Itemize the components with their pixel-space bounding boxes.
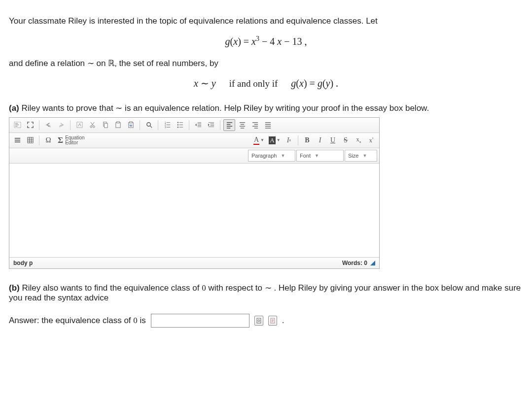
special-char-button[interactable]: Ω xyxy=(42,134,54,146)
paste-button[interactable] xyxy=(112,119,124,131)
svg-rect-57 xyxy=(27,137,33,143)
tilde-symbol: ∼ xyxy=(265,283,272,293)
part-b: (b) Riley also wants to find the equival… xyxy=(9,283,523,303)
bullet-list-button[interactable] xyxy=(174,119,186,131)
eq-label-bot: Editor xyxy=(65,140,78,145)
align-left-button[interactable] xyxy=(223,119,235,131)
text-color-button[interactable]: A▼ xyxy=(251,134,266,146)
strike-button[interactable]: S xyxy=(340,134,352,146)
t: Riley wants to prove that xyxy=(19,103,116,113)
dd-label: Font xyxy=(300,153,311,159)
part-a: (a) Riley wants to prove that ∼ is an eq… xyxy=(9,103,523,113)
svg-point-25 xyxy=(177,124,178,125)
toolbar-row-1: W 123 xyxy=(9,118,379,133)
svg-rect-4 xyxy=(76,122,82,128)
outdent-button[interactable] xyxy=(192,119,204,131)
zero-symbol: 0 xyxy=(133,316,138,325)
italic-button[interactable]: I xyxy=(314,134,326,146)
subscript-button[interactable]: x₂ xyxy=(353,134,364,146)
t: is an equivalence relation. Help Riley b… xyxy=(122,103,429,113)
t: with respect to xyxy=(206,283,265,293)
align-justify-button[interactable] xyxy=(262,119,274,131)
editor-status-bar: body p Words: 0 xyxy=(9,257,379,268)
clear-format-button[interactable]: Ix xyxy=(283,134,295,146)
intro-text: Your classmate Riley is interested in th… xyxy=(9,16,378,26)
tilde-symbol: ∼ xyxy=(115,103,122,113)
svg-text:W: W xyxy=(129,124,132,127)
answer-label: Answer: the equivalence class of 0 is xyxy=(9,316,146,326)
svg-rect-62 xyxy=(257,318,261,323)
svg-point-16 xyxy=(146,123,150,127)
answer-input[interactable] xyxy=(151,314,249,328)
dd-label: Size xyxy=(348,153,358,159)
svg-point-24 xyxy=(177,122,178,123)
t: and define a relation xyxy=(9,59,87,68)
zero-symbol: 0 xyxy=(202,283,206,293)
iff-text: if and only if xyxy=(229,78,278,89)
intro-line2: and define a relation ∼ on ℝ, the set of… xyxy=(9,58,523,68)
indent-button[interactable] xyxy=(205,119,217,131)
paragraph-dropdown[interactable]: Paragraph▼ xyxy=(248,150,295,162)
menu-button[interactable] xyxy=(11,134,23,146)
redo-button[interactable] xyxy=(55,119,67,131)
tilde-symbol: ∼ xyxy=(87,59,94,68)
preview-icon[interactable] xyxy=(254,316,263,326)
font-dropdown[interactable]: Font▼ xyxy=(296,150,344,162)
part-b-label: (b) xyxy=(9,283,20,293)
bg-color-button[interactable]: A▼ xyxy=(267,134,282,146)
t: is xyxy=(138,316,146,325)
find-button[interactable] xyxy=(143,119,155,131)
svg-rect-14 xyxy=(129,122,132,123)
dd-label: Paragraph xyxy=(251,153,277,159)
svg-point-26 xyxy=(177,127,178,128)
svg-text:3: 3 xyxy=(164,126,166,129)
editor-textarea[interactable] xyxy=(9,164,379,257)
t: Riley also wants to find the equivalence… xyxy=(20,283,202,293)
svg-rect-10 xyxy=(104,124,107,128)
show-blocks-button[interactable] xyxy=(11,119,23,131)
bold-button[interactable]: B xyxy=(301,134,313,146)
cut-button[interactable] xyxy=(86,119,98,131)
svg-line-17 xyxy=(150,126,152,128)
t: Answer: the equivalence class of xyxy=(9,316,133,325)
select-all-button[interactable] xyxy=(73,119,85,131)
t: , the set of real numbers, by xyxy=(114,59,218,68)
svg-point-5 xyxy=(90,126,92,128)
paste-word-button[interactable]: W xyxy=(125,119,137,131)
relation-definition: x ∼ y if and only if g(x) = g(y) . xyxy=(9,77,523,89)
help-icon[interactable] xyxy=(268,316,277,326)
svg-point-63 xyxy=(258,320,260,322)
toolbar-row-3: Paragraph▼ Font▼ Size▼ xyxy=(9,148,379,164)
resize-grip-icon[interactable] xyxy=(370,261,375,265)
t: on xyxy=(94,59,108,68)
underline-button[interactable]: U xyxy=(327,134,339,146)
svg-point-6 xyxy=(93,126,95,128)
fullscreen-button[interactable] xyxy=(24,119,36,131)
copy-button[interactable] xyxy=(99,119,111,131)
toolbar-row-2: Ω Σ EquationEditor A▼ A▼ Ix B I U S x₂ x… xyxy=(9,133,379,148)
answer-row: Answer: the equivalence class of 0 is . xyxy=(9,314,523,328)
size-dropdown[interactable]: Size▼ xyxy=(345,150,377,162)
element-path[interactable]: body p xyxy=(13,260,33,266)
table-button[interactable] xyxy=(24,134,36,146)
equation-editor-button[interactable]: Σ EquationEditor xyxy=(55,134,87,146)
svg-rect-12 xyxy=(116,122,119,123)
formula-g: g(x) = x3 − 4 x − 13 , xyxy=(9,35,523,47)
period: . xyxy=(282,316,284,326)
real-numbers-symbol: ℝ xyxy=(108,59,114,68)
essay-editor: W 123 Ω Σ Eq xyxy=(9,117,380,269)
numbered-list-button[interactable]: 123 xyxy=(161,119,173,131)
word-count: Words: 0 xyxy=(342,260,367,266)
align-center-button[interactable] xyxy=(236,119,248,131)
undo-button[interactable] xyxy=(42,119,54,131)
superscript-button[interactable]: x² xyxy=(365,134,377,146)
svg-rect-11 xyxy=(115,123,120,128)
intro-line1: Your classmate Riley is interested in th… xyxy=(9,16,523,26)
align-right-button[interactable] xyxy=(249,119,261,131)
part-a-label: (a) xyxy=(9,103,19,113)
